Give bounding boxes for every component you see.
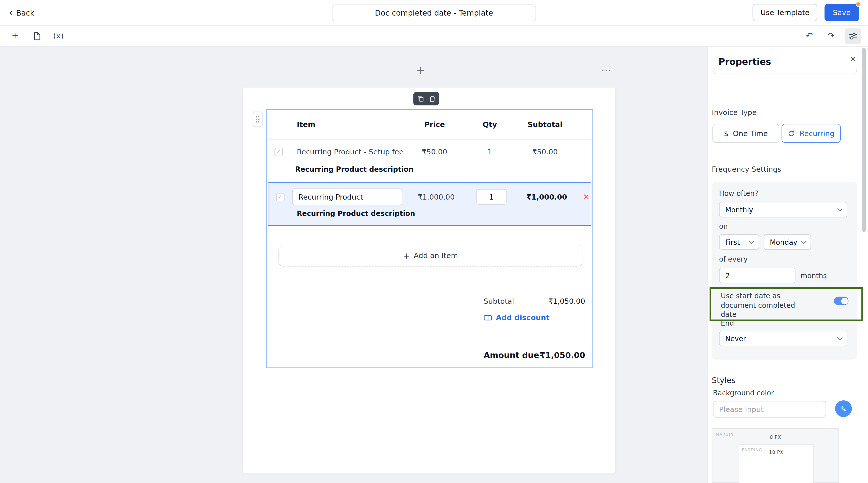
redo-icon: ↷ bbox=[828, 32, 835, 40]
column-header-subtotal: Subtotal bbox=[515, 121, 576, 129]
editor-toolbar: + (x) ↶ ↷ bbox=[0, 26, 868, 47]
of-every-label: of every bbox=[719, 255, 748, 263]
column-header-qty: Qty bbox=[465, 121, 514, 129]
variables-button[interactable]: (x) bbox=[50, 28, 67, 44]
background-color-input[interactable] bbox=[713, 401, 826, 418]
item-checkbox[interactable]: ✓ bbox=[276, 193, 284, 201]
background-color-label: Background color bbox=[713, 389, 774, 397]
amount-due-label: Amount due bbox=[484, 351, 539, 360]
subtotal-label: Subtotal bbox=[484, 297, 514, 305]
line-item-row-2-selected[interactable]: ✓ ₹1,000.00 ₹1,000.00 bbox=[268, 182, 591, 226]
interval-input[interactable] bbox=[719, 268, 796, 283]
use-template-button[interactable]: Use Template bbox=[753, 4, 817, 21]
item-qty-input[interactable] bbox=[476, 189, 506, 204]
totals-section: Subtotal ₹1,050.00 Add discount bbox=[484, 294, 585, 366]
block-drag-handle[interactable] bbox=[253, 111, 263, 127]
drag-dots-icon bbox=[255, 115, 260, 123]
item-description: Recurring Product description bbox=[297, 209, 591, 217]
recurring-icon bbox=[788, 130, 795, 137]
padding-value[interactable]: 10 PX bbox=[739, 449, 813, 455]
item-subtotal: ₹1,000.00 bbox=[516, 193, 578, 201]
add-discount-label: Add discount bbox=[496, 313, 550, 322]
plus-icon: + bbox=[403, 251, 410, 261]
properties-toggle-button[interactable] bbox=[845, 28, 862, 44]
column-header-price: Price bbox=[404, 121, 465, 129]
how-often-value: Monthly bbox=[725, 205, 753, 214]
add-discount-button[interactable]: Add discount bbox=[484, 313, 550, 322]
how-often-select[interactable]: Monthly bbox=[719, 202, 847, 217]
column-header-item: Item bbox=[290, 121, 404, 129]
invoice-type-one-time-button[interactable]: $ One Time bbox=[712, 124, 779, 143]
plus-icon: + bbox=[11, 32, 19, 40]
item-qty[interactable]: 1 bbox=[465, 148, 514, 156]
frequency-settings-card: How often? Monthly on First Monday of ev… bbox=[712, 182, 857, 360]
pages-button[interactable] bbox=[28, 28, 45, 44]
delete-block-button[interactable] bbox=[429, 95, 435, 102]
block-action-toolbar bbox=[413, 92, 439, 105]
line-item-row-1[interactable]: ✓ Recurring Product - Setup fee ₹50.00 1… bbox=[267, 140, 592, 182]
end-label: End bbox=[721, 319, 734, 327]
close-icon: ✕ bbox=[583, 192, 589, 201]
invoice-items-block[interactable]: Item Price Qty Subtotal ✓ bbox=[266, 109, 593, 368]
totals-divider bbox=[484, 341, 585, 341]
back-button[interactable]: ‹ Back bbox=[9, 8, 34, 17]
document-icon bbox=[33, 31, 40, 40]
invoice-type-label: Invoice Type bbox=[712, 108, 757, 117]
more-options-button[interactable]: ⋯ bbox=[601, 65, 612, 76]
item-name[interactable]: Recurring Product - Setup fee bbox=[290, 148, 404, 156]
frequency-settings-label: Frequency Settings bbox=[712, 165, 781, 173]
variables-icon: (x) bbox=[53, 32, 64, 40]
sliders-icon bbox=[848, 32, 858, 40]
topbar-actions: Use Template Save bbox=[753, 4, 859, 21]
undo-button[interactable]: ↶ bbox=[801, 28, 818, 44]
styles-section-label: Styles bbox=[712, 376, 735, 385]
redo-button[interactable]: ↷ bbox=[823, 28, 840, 44]
weekday-select[interactable]: Monday bbox=[764, 234, 811, 250]
pencil-icon: ✎ bbox=[840, 405, 846, 413]
margin-control[interactable]: MARGIN 0 PX PADDING 10 PX bbox=[712, 428, 839, 483]
ellipsis-icon: ⋯ bbox=[601, 65, 612, 76]
save-button[interactable]: Save bbox=[825, 4, 859, 21]
background-color-edit-button[interactable]: ✎ bbox=[835, 400, 852, 417]
toolbar-right-group: ↶ ↷ bbox=[796, 28, 862, 44]
item-description: Recurring Product description bbox=[295, 165, 592, 173]
item-price[interactable]: ₹50.00 bbox=[404, 148, 465, 156]
close-panel-button[interactable]: ✕ bbox=[850, 55, 856, 64]
how-often-label: How often? bbox=[719, 189, 758, 197]
undo-icon: ↶ bbox=[806, 32, 813, 40]
plus-icon: + bbox=[416, 64, 425, 77]
toggle-knob bbox=[841, 297, 848, 304]
amount-due-value: ₹1,050.00 bbox=[540, 351, 585, 360]
ordinal-select[interactable]: First bbox=[719, 234, 759, 250]
margin-value[interactable]: 0 PX bbox=[712, 434, 838, 440]
insert-block-button[interactable]: + bbox=[416, 64, 425, 77]
duplicate-block-button[interactable] bbox=[417, 95, 424, 102]
items-table-header: Item Price Qty Subtotal bbox=[267, 110, 592, 140]
panel-scrollbar-thumb[interactable] bbox=[862, 48, 866, 232]
properties-panel: Properties ✕ Invoice Type $ One Time Rec… bbox=[707, 47, 868, 483]
add-block-button[interactable]: + bbox=[7, 28, 24, 44]
close-icon: ✕ bbox=[850, 55, 856, 64]
item-checkbox[interactable]: ✓ bbox=[274, 148, 283, 156]
use-start-date-toggle[interactable] bbox=[834, 297, 849, 305]
invoice-type-recurring-button[interactable]: Recurring bbox=[782, 124, 841, 143]
back-label: Back bbox=[16, 8, 34, 17]
padding-control[interactable]: PADDING 10 PX bbox=[739, 444, 814, 483]
copy-icon bbox=[417, 95, 424, 102]
chevron-left-icon: ‹ bbox=[9, 8, 13, 17]
one-time-label: One Time bbox=[733, 129, 768, 137]
item-price[interactable]: ₹1,000.00 bbox=[406, 193, 467, 201]
remove-item-button[interactable]: ✕ bbox=[578, 192, 595, 201]
clipped-field-partial bbox=[713, 68, 857, 74]
recurring-label: Recurring bbox=[800, 129, 834, 137]
end-select[interactable]: Never bbox=[719, 331, 847, 346]
interval-unit-label: months bbox=[800, 271, 827, 280]
on-label: on bbox=[719, 222, 728, 230]
use-start-date-label: Use start date as document completed dat… bbox=[721, 292, 813, 319]
end-value: Never bbox=[725, 334, 746, 343]
item-name-input[interactable] bbox=[292, 189, 402, 205]
properties-title: Properties bbox=[719, 56, 771, 67]
item-subtotal: ₹50.00 bbox=[515, 148, 576, 156]
document-title-input[interactable] bbox=[332, 4, 536, 21]
add-item-button[interactable]: + Add an Item bbox=[278, 245, 582, 267]
